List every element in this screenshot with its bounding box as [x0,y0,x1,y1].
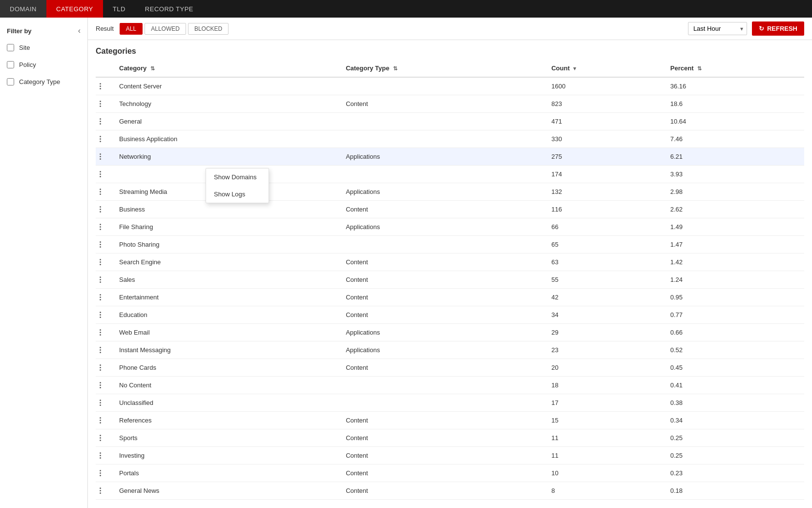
cell-count: 174 [545,166,665,183]
row-menu-button[interactable] [98,240,103,249]
row-menu-button[interactable] [98,258,103,266]
cell-category-type [340,166,545,183]
cell-count: 471 [545,113,665,130]
cell-category-type: Content [340,254,545,271]
nav-tab-domain[interactable]: DOMAIN [0,0,46,18]
cell-category: Unclassified [113,394,340,412]
cell-category-type: Applications [340,324,545,341]
table-body: Content Server160036.16TechnologyContent… [96,77,804,500]
cell-count: 66 [545,218,665,236]
time-select[interactable]: Last HourLast 24 HoursLast 7 DaysLast 30… [688,22,747,35]
sidebar-item-category-type[interactable]: Category Type [0,73,87,90]
cell-category-type [340,113,545,130]
percent-sort-icon: ⇅ [697,65,702,71]
sidebar-item-site[interactable]: Site [0,39,87,56]
category-type-sort-icon: ⇅ [393,65,397,71]
table-row: TechnologyContent82318.6 [96,95,804,113]
cell-category-type: Content [340,447,545,465]
row-menu-button[interactable] [98,135,103,143]
row-menu-button[interactable] [98,363,103,372]
nav-tab-tld[interactable]: TLD [103,0,135,18]
row-menu-button[interactable] [98,311,103,319]
row-menu-button[interactable] [98,469,103,477]
cell-percent: 1.24 [665,271,804,289]
cell-category: Photo Sharing [113,236,340,254]
row-menu-button[interactable] [98,434,103,442]
row-menu-button[interactable] [98,275,103,284]
cell-count: 116 [545,201,665,218]
cell-percent: 1.49 [665,218,804,236]
th-category[interactable]: Category ⇅ [113,60,340,77]
cell-category: References [113,412,340,429]
row-menu-button[interactable] [98,451,103,460]
row-menu-button[interactable] [98,346,103,354]
filter-btn-all[interactable]: ALL [120,23,143,35]
sidebar-item-policy[interactable]: Policy [0,56,87,73]
th-category-type[interactable]: Category Type ⇅ [340,60,545,77]
th-menu [96,60,113,77]
row-menu-button[interactable] [98,416,103,424]
cell-category-type: Applications [340,218,545,236]
cell-percent: 0.18 [665,482,804,500]
row-menu-button[interactable] [98,100,103,108]
table-row: General NewsContent80.18 [96,482,804,500]
row-menu-button[interactable] [98,381,103,389]
cell-category-type [340,236,545,254]
cell-percent: 0.41 [665,377,804,394]
table-row: SportsContent110.25 [96,429,804,447]
cell-category-type [340,394,545,412]
cell-count: 17 [545,394,665,412]
toolbar: Result ALLALLOWEDBLOCKED Last HourLast 2… [88,18,812,40]
sidebar-checkbox-category-type[interactable] [7,78,14,85]
nav-tab-category[interactable]: CATEGORY [46,0,103,18]
row-menu-button[interactable] [98,152,103,161]
cell-percent: 0.25 [665,447,804,465]
row-menu-button[interactable] [98,170,103,178]
cell-count: 23 [545,341,665,359]
context-menu-item-show-logs[interactable]: Show Logs [206,186,269,203]
sidebar-checkbox-policy[interactable] [7,61,14,68]
row-menu-button[interactable] [98,117,103,126]
cell-count: 55 [545,271,665,289]
cell-category-type [340,130,545,148]
cell-category-type: Content [340,271,545,289]
cell-percent: 36.16 [665,77,804,95]
cell-category-type: Content [340,412,545,429]
refresh-button[interactable]: ↻ REFRESH [752,21,804,36]
category-sort-icon: ⇅ [150,65,155,71]
count-sort-icon: ▾ [573,65,576,71]
sidebar-checkbox-site[interactable] [7,44,14,51]
row-menu-button[interactable] [98,487,103,495]
cell-category: Business Application [113,130,340,148]
filter-btn-blocked[interactable]: BLOCKED [188,23,229,35]
sidebar-collapse-button[interactable]: ‹ [78,26,81,35]
context-menu-item-show-domains[interactable]: Show Domains [206,169,269,186]
cell-category: General News [113,482,340,500]
row-menu-button[interactable] [98,82,103,90]
cell-category-type: Applications [340,148,545,166]
row-menu-button[interactable] [98,223,103,231]
filter-btn-allowed[interactable]: ALLOWED [145,23,186,35]
cell-category: Web Email [113,324,340,341]
row-menu-button[interactable] [98,293,103,301]
nav-tab-record-type[interactable]: RECORD TYPE [135,0,203,18]
cell-category-type [340,377,545,394]
cell-category: Phone Cards [113,359,340,377]
cell-count: 18 [545,377,665,394]
row-menu-button[interactable] [98,188,103,196]
th-count[interactable]: Count ▾ [545,60,665,77]
cell-percent: 6.21 [665,148,804,166]
time-select-wrapper: Last HourLast 24 HoursLast 7 DaysLast 30… [688,22,747,35]
row-menu-button[interactable] [98,399,103,407]
cell-category: Education [113,306,340,324]
cell-category-type: Content [340,95,545,113]
cell-percent: 0.38 [665,394,804,412]
cell-category: Instant Messaging [113,341,340,359]
refresh-label: REFRESH [767,25,797,32]
th-percent[interactable]: Percent ⇅ [665,60,804,77]
table-row: Search EngineContent631.42 [96,254,804,271]
cell-category-type: Applications [340,341,545,359]
row-menu-button[interactable] [98,205,103,213]
row-menu-button[interactable] [98,328,103,337]
cell-percent: 0.95 [665,289,804,306]
